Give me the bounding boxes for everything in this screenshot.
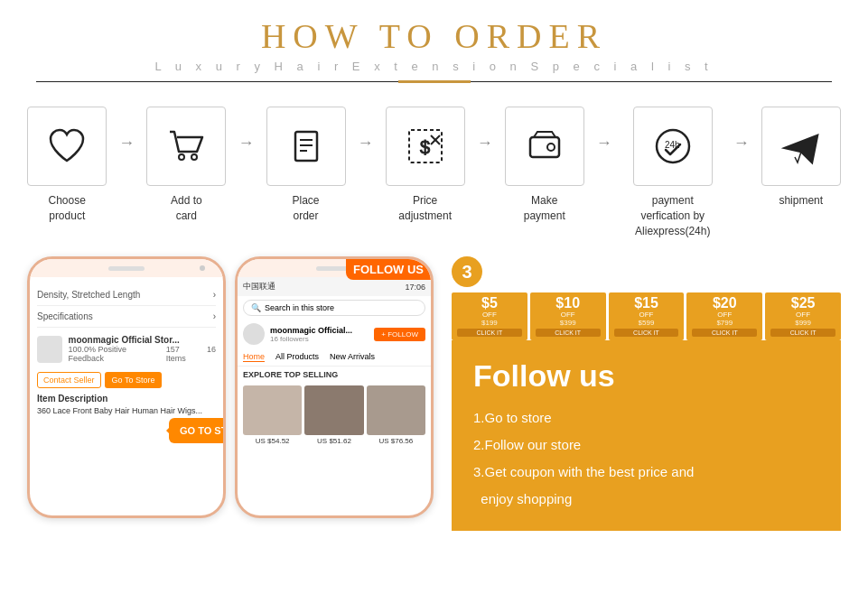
- phone2-nav: Home All Products New Arrivals: [238, 348, 431, 367]
- go-to-store-bubble[interactable]: GO TO STORE: [169, 418, 226, 443]
- coupon-min-4: $799: [692, 319, 757, 327]
- phone2-store-name: moonmagic Official...: [270, 326, 352, 335]
- coupon-click-3: CLICK IT: [614, 329, 679, 337]
- phone1-dot: [200, 265, 205, 271]
- step-label-5: Makepayment: [524, 193, 565, 224]
- coupon-min-2: $399: [536, 319, 601, 327]
- arrow-6: →: [731, 107, 752, 153]
- coupon-min-1: $199: [457, 319, 522, 327]
- dollar-scissors-icon: $: [402, 123, 449, 170]
- arrow-1: →: [116, 107, 137, 153]
- step-icon-box-1: [27, 107, 107, 186]
- svg-text:$: $: [420, 137, 430, 157]
- phone1-density-row: Density, Stretched Length ›: [37, 284, 216, 306]
- page-subtitle: L u x u r y H a i r E x t e n s i o n S …: [0, 60, 868, 73]
- phone1-speaker: [108, 266, 145, 271]
- nav-products[interactable]: All Products: [275, 352, 319, 362]
- phone2-carrier-bar: 中国联通 17:06: [238, 277, 431, 296]
- wallet-icon: [521, 123, 568, 170]
- product-price-2: US $51.62: [304, 437, 363, 445]
- coupon-off-5: OFF: [770, 311, 835, 319]
- arrow-3: →: [355, 107, 377, 153]
- svg-point-1: [191, 154, 197, 160]
- go-to-store-btn-phone1[interactable]: Go To Store: [105, 372, 163, 388]
- phone2-followers: 16 followers: [270, 335, 352, 343]
- step-3-badge: 3: [452, 256, 482, 287]
- density-arrow: ›: [213, 290, 216, 300]
- coupon-item-1[interactable]: $5 OFF $199 CLICK IT: [452, 292, 527, 340]
- explore-label: EXPLORE TOP SELLING: [238, 367, 431, 383]
- clipboard-icon: [283, 123, 330, 170]
- phone2-search-bar[interactable]: 🔍 Search in this store: [243, 300, 425, 316]
- product-item-3: US $76.56: [367, 385, 425, 445]
- contact-seller-btn[interactable]: Contact Seller: [37, 372, 101, 388]
- steps-row: Chooseproduct → Add tocard → Placeorder …: [0, 88, 868, 247]
- step-shipment: shipment: [752, 107, 850, 209]
- phone2-store-row: moonmagic Official... 16 followers + FOL…: [238, 320, 431, 348]
- item-desc-label: Item Description: [37, 388, 216, 405]
- follow-button[interactable]: + FOLLOW: [374, 328, 425, 341]
- coupon-amount-5: $25: [770, 296, 835, 311]
- coupon-click-5: CLICK IT: [770, 329, 835, 337]
- product-thumb-3: [367, 385, 425, 435]
- step-icon-box-2: [146, 107, 226, 186]
- coupon-click-4: CLICK IT: [692, 329, 757, 337]
- coupon-off-4: OFF: [692, 311, 757, 319]
- store-stats: 100.0% Positive Feedback 157 Items 16: [68, 345, 216, 363]
- follow-section: 3 $5 OFF $199 CLICK IT $10 OFF $399 CLIC…: [452, 256, 841, 531]
- coupon-amount-2: $10: [536, 296, 601, 311]
- follow-step-2: 2.Follow our store: [473, 432, 819, 459]
- step-price-adjustment: $ Priceadjustment: [376, 107, 473, 224]
- follow-step-1: 1.Go to store: [473, 404, 819, 432]
- divider-accent: [398, 80, 471, 83]
- phone2-store-avatar: [243, 323, 265, 345]
- coupon-item-4[interactable]: $20 OFF $799 CLICK IT: [686, 292, 762, 340]
- items-count: 157 Items: [166, 345, 200, 363]
- step-label-1: Chooseproduct: [49, 193, 86, 224]
- store-name: moonmagic Official Stor...: [68, 335, 216, 345]
- step-icon-box-4: $: [386, 107, 465, 186]
- product-price-1: US $54.52: [243, 437, 302, 445]
- coupon-item-3[interactable]: $15 OFF $599 CLICK IT: [609, 292, 685, 340]
- nav-arrivals[interactable]: New Arrivals: [330, 352, 375, 362]
- item-desc-text: 360 Lace Front Baby Hair Human Hair Wigs…: [37, 405, 216, 417]
- follow-us-label: FOLLOW US: [346, 259, 431, 280]
- store-logo: [37, 336, 62, 363]
- product-item-1: US $54.52: [243, 385, 302, 445]
- coupon-off-1: OFF: [457, 311, 522, 319]
- phone1-top-bar: [30, 259, 223, 277]
- followers-count: 16: [207, 345, 216, 363]
- coupon-min-5: $999: [770, 319, 835, 327]
- step-place-order: Placeorder: [257, 107, 354, 224]
- product-price-3: US $76.56: [367, 437, 425, 445]
- arrow-5: →: [593, 107, 615, 153]
- bottom-section: Density, Stretched Length › Specificatio…: [0, 247, 868, 540]
- step-add-to-cart: Add tocard: [137, 107, 235, 224]
- nav-home[interactable]: Home: [243, 352, 265, 362]
- coupon-item-2[interactable]: $10 OFF $399 CLICK IT: [530, 292, 606, 340]
- heart-icon: [43, 123, 90, 170]
- follow-title: Follow us: [473, 358, 819, 394]
- product-thumb-2: [304, 385, 363, 435]
- follow-content-box: Follow us 1.Go to store 2.Follow our sto…: [452, 340, 841, 531]
- follow-step-3: 3.Get coupon with the best price and enj…: [473, 459, 819, 513]
- step-choose-product: Chooseproduct: [18, 107, 116, 224]
- phone-mockup-2: FOLLOW US 中国联通 17:06 🔍 Search in this st…: [235, 256, 434, 518]
- coupon-amount-4: $20: [692, 296, 757, 311]
- coupon-item-5[interactable]: $25 OFF $999 CLICK IT: [765, 292, 841, 340]
- coupon-click-2: CLICK IT: [536, 329, 601, 337]
- coupon-min-3: $599: [614, 319, 679, 327]
- follow-list: 1.Go to store 2.Follow our store 3.Get c…: [473, 404, 819, 513]
- header-section: HOW TO ORDER L u x u r y H a i r E x t e…: [0, 0, 868, 88]
- time-label: 17:06: [405, 283, 425, 292]
- step-label-7: shipment: [779, 193, 823, 209]
- phone1-spec-row: Specifications ›: [37, 306, 216, 328]
- step-make-payment: Makepayment: [496, 107, 593, 224]
- arrow-2: →: [236, 107, 257, 153]
- phone1-content: Density, Stretched Length › Specificatio…: [30, 277, 223, 424]
- divider-right: [471, 81, 833, 82]
- clock-check-icon: 24h: [649, 123, 696, 170]
- phones-container: Density, Stretched Length › Specificatio…: [27, 256, 434, 518]
- step-label-3: Placeorder: [292, 193, 319, 224]
- phone2-store-info: moonmagic Official... 16 followers: [270, 326, 352, 343]
